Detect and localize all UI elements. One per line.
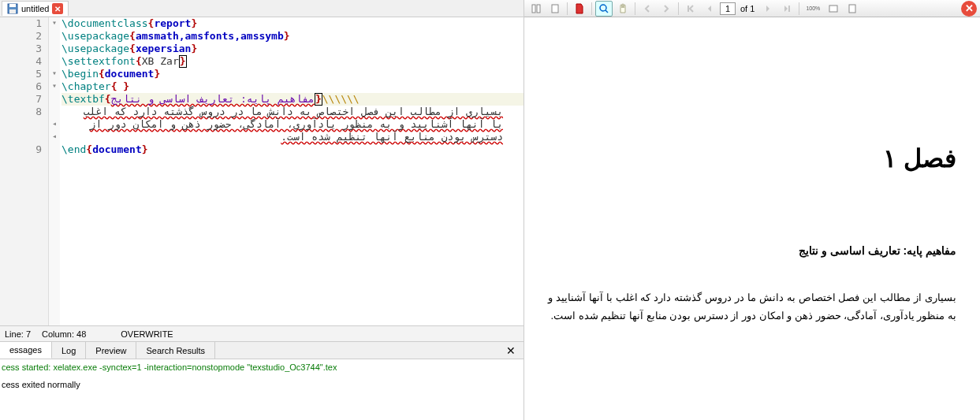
pdf-toolbar: of 1 100% ✕ [524, 0, 980, 17]
pdf-paragraph: بسیاری از مطالب این فصل اختصاص به دانش م… [548, 288, 956, 325]
svg-rect-5 [552, 5, 558, 13]
log-line-end: cess exited normally [2, 380, 522, 389]
tab-search-results[interactable]: Search Results [136, 342, 215, 359]
hand-tool-icon[interactable] [614, 1, 632, 17]
status-column: Column: 48 [42, 329, 86, 339]
fold-marker[interactable]: ▾ [49, 17, 60, 30]
zoom-actual-icon[interactable]: 100% [803, 1, 823, 17]
last-page-icon[interactable] [778, 1, 796, 17]
tab-messages[interactable]: essages [0, 342, 52, 359]
app-root: untitled ✕ 1 2 3 4 5 6 7 8 9 ▾ ▾ [0, 0, 980, 420]
tab-preview[interactable]: Preview [86, 342, 136, 359]
prev-page-icon[interactable] [701, 1, 718, 17]
page-total-label: of 1 [740, 4, 755, 13]
nav-back-icon[interactable] [639, 1, 656, 17]
editor-tab-bar: untitled ✕ [0, 0, 524, 17]
close-pdf-icon[interactable]: ✕ [961, 1, 977, 17]
fold-gutter: ▾ ▾ ▾ ◂ ◂ [49, 17, 60, 325]
pdf-document-view[interactable]: فصل ۱ مفاهیم پایه: تعاریف اساسی و نتایج … [524, 17, 980, 420]
disk-icon [7, 3, 18, 14]
status-mode: OVERWRITE [121, 329, 173, 339]
first-page-icon[interactable] [682, 1, 699, 17]
svg-line-7 [606, 10, 608, 13]
log-line-start: cess started: xelatex.exe -synctex=1 -in… [2, 362, 522, 372]
bottom-tab-bar: essages Log Preview Search Results ✕ [0, 341, 524, 359]
svg-point-6 [600, 5, 606, 11]
view-mode-icon[interactable] [527, 1, 545, 17]
code-lines[interactable]: \documentclass{report} \usepackage{amsma… [60, 17, 524, 325]
status-line: Line: 7 [5, 329, 31, 339]
line-number-gutter: 1 2 3 4 5 6 7 8 9 [0, 17, 49, 325]
pdf-bold-heading: مفاهیم پایه: تعاریف اساسی و نتایج [548, 244, 956, 257]
tab-title: untitled [21, 4, 49, 13]
close-panel-icon[interactable]: ✕ [498, 342, 524, 359]
editor-tab[interactable]: untitled ✕ [2, 1, 69, 16]
editor-status-bar: Line: 7 Column: 48 OVERWRITE [0, 325, 524, 341]
fit-page-icon[interactable] [844, 1, 861, 17]
svg-rect-2 [9, 9, 16, 13]
fold-marker[interactable]: ▾ [49, 80, 60, 93]
pdf-pane: of 1 100% ✕ فصل ۱ مفاهیم پایه: تعاریف اس… [524, 0, 980, 420]
code-editor[interactable]: 1 2 3 4 5 6 7 8 9 ▾ ▾ ▾ ◂ ◂ [0, 17, 524, 325]
editor-pane: untitled ✕ 1 2 3 4 5 6 7 8 9 ▾ ▾ [0, 0, 524, 420]
svg-rect-4 [537, 5, 540, 13]
pdf-chapter-title: فصل ۱ [548, 143, 956, 173]
fold-marker[interactable]: ◂ [49, 131, 60, 143]
fold-marker[interactable]: ▾ [49, 68, 60, 80]
log-panel[interactable]: cess started: xelatex.exe -synctex=1 -in… [0, 359, 524, 420]
fold-marker[interactable]: ◂ [49, 118, 60, 131]
nav-forward-icon[interactable] [658, 1, 675, 17]
fit-width-icon[interactable] [825, 1, 842, 17]
zoom-tool-icon[interactable] [595, 1, 613, 17]
svg-rect-10 [829, 6, 837, 12]
pdf-file-icon[interactable] [571, 1, 588, 17]
tab-log[interactable]: Log [52, 342, 86, 359]
page-layout-icon[interactable] [546, 1, 564, 17]
close-icon[interactable]: ✕ [52, 3, 63, 14]
svg-rect-11 [849, 5, 855, 13]
svg-rect-3 [532, 5, 535, 13]
next-page-icon[interactable] [759, 1, 777, 17]
page-number-input[interactable] [720, 2, 736, 15]
svg-rect-1 [9, 4, 16, 7]
